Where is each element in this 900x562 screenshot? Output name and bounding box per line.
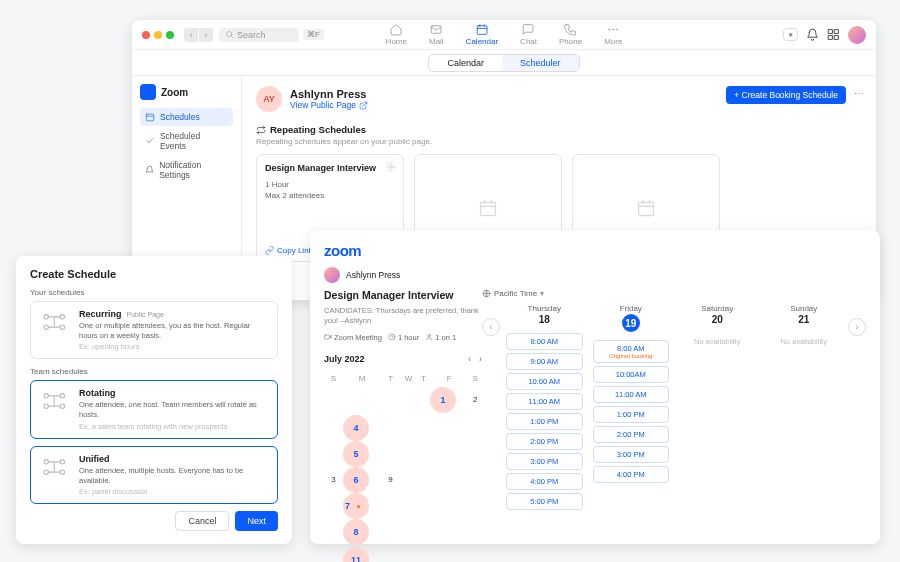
day-column: Thursday188:00 AM9:00 AM10:00 AM11:00 AM… [502,304,587,510]
link-icon [265,246,274,255]
svg-point-25 [60,469,64,473]
video-icon [324,333,332,341]
forward-button[interactable]: › [199,28,213,42]
svg-point-5 [617,29,618,30]
svg-rect-12 [481,202,496,215]
cal-day[interactable]: 8 [343,519,369,545]
more-menu-button[interactable]: ⋯ [854,88,864,99]
svg-rect-7 [835,30,839,34]
time-slot[interactable]: 2:00 PM [593,426,670,443]
nav-home[interactable]: Home [382,21,411,48]
time-slot[interactable]: 8:00 AM [506,333,583,350]
search-icon [225,30,234,39]
next-button[interactable]: Next [235,511,278,531]
time-slot[interactable]: 4:00 PM [593,466,670,483]
svg-point-15 [44,325,48,329]
tab-calendar[interactable]: Calendar [429,55,502,71]
cal-day [324,387,343,413]
svg-rect-2 [477,26,487,35]
time-slot[interactable]: 3:00 PM [506,453,583,470]
booking-title: Design Manager Interview [324,289,482,303]
cal-day [343,387,381,413]
days-prev-button[interactable]: ‹ [482,318,500,336]
gear-icon[interactable] [386,162,396,172]
cal-day[interactable]: 4 [343,415,369,441]
cal-day[interactable]: 5 [343,441,369,467]
sidebar-item-scheduled-events[interactable]: Scheduled Events [140,127,233,155]
user-avatar[interactable] [848,26,866,44]
svg-rect-6 [829,30,833,34]
cal-day[interactable]: 7 [343,493,369,519]
svg-rect-26 [325,335,330,339]
nav-phone[interactable]: Phone [555,21,586,48]
bell-icon[interactable] [806,28,819,41]
sidebar-item-schedules[interactable]: Schedules [140,108,233,126]
time-slot[interactable]: 10:00AM [593,366,670,383]
time-slot[interactable]: 1:00 PM [506,413,583,430]
copy-link-button[interactable]: Copy Link [265,246,313,255]
svg-point-22 [44,459,48,463]
back-button[interactable]: ‹ [184,28,198,42]
cal-day[interactable]: 1 [430,387,456,413]
cal-day[interactable]: 2 [468,387,482,413]
view-public-page-link[interactable]: View Public Page [290,100,368,110]
time-slot[interactable]: 2:00 PM [506,433,583,450]
cal-day[interactable]: 16 [381,547,400,562]
cal-day[interactable]: 3 [324,415,343,545]
person-icon [425,333,433,341]
svg-point-3 [609,29,610,30]
svg-point-14 [44,315,48,319]
svg-point-28 [428,335,431,338]
brand: Zoom [140,84,233,100]
cal-day[interactable]: 6 [343,467,369,493]
zoom-logo-icon [140,84,156,100]
timezone-selector[interactable]: Pacific Time▾ [482,289,866,298]
window-controls[interactable] [142,31,174,39]
time-slot[interactable]: 1:00 PM [593,406,670,423]
search-input[interactable]: Search [219,28,299,42]
svg-point-0 [227,32,232,37]
cal-day [381,387,400,413]
cal-prev-button[interactable]: ‹ [468,354,471,364]
svg-rect-10 [146,114,154,121]
mini-calendar: July 2022 ‹› SMTWTFS12345678910111213141… [324,354,482,562]
your-schedules-label: Your schedules [30,288,278,297]
schedule-card-title: Design Manager Interview [265,163,395,173]
history-arrows[interactable]: ‹ › [184,28,213,42]
team-schedules-label: Team schedules [30,367,278,376]
cancel-button[interactable]: Cancel [175,511,229,531]
cal-day[interactable]: 9 [381,415,400,545]
time-slot[interactable]: 4:00 PM [506,473,583,490]
schedule-type-unified[interactable]: UnifiedOne attendee, multiple hosts. Eve… [30,446,278,504]
cal-day [400,387,417,413]
tab-scheduler[interactable]: Scheduler [502,55,579,71]
status-pill[interactable]: ● [783,28,798,41]
cal-day[interactable]: 10 [324,547,343,562]
sidebar-item-notification-settings[interactable]: Notification Settings [140,156,233,184]
time-slot[interactable]: 3:00 PM [593,446,670,463]
nav-chat[interactable]: Chat [516,21,541,48]
create-booking-schedule-button[interactable]: + Create Booking Schedule [726,86,846,104]
time-slot[interactable]: 11:00 AM [506,393,583,410]
nav-mail[interactable]: Mail [425,21,448,48]
time-slot[interactable]: 11:00 AM [593,386,670,403]
nav-calendar[interactable]: Calendar [462,21,502,48]
profile-avatar: AY [256,86,282,112]
svg-rect-8 [829,36,833,40]
nav-more[interactable]: More [600,21,626,48]
day-column: Sunday21No availability [762,304,847,346]
cal-day [417,387,430,413]
primary-nav: HomeMailCalendarChatPhoneMore [382,21,627,48]
schedule-type-rotating[interactable]: RotatingOne attendee, one host. Team mem… [30,380,278,438]
time-slot[interactable]: 5:00 PM [506,493,583,510]
cal-day[interactable]: 11 [343,547,369,562]
modal-title: Create Schedule [30,268,278,280]
time-slot[interactable]: 9:00 AM [506,353,583,370]
grid-icon[interactable] [827,28,840,41]
time-slot[interactable]: 8:00 AMOriginal booking [593,340,670,363]
section-title: Repeating Schedules [256,124,862,135]
days-next-button[interactable]: › [848,318,866,336]
schedule-type-recurring[interactable]: RecurringPublic PageOne or multiple atte… [30,301,278,359]
time-slot[interactable]: 10:00 AM [506,373,583,390]
search-placeholder: Search [237,30,266,40]
